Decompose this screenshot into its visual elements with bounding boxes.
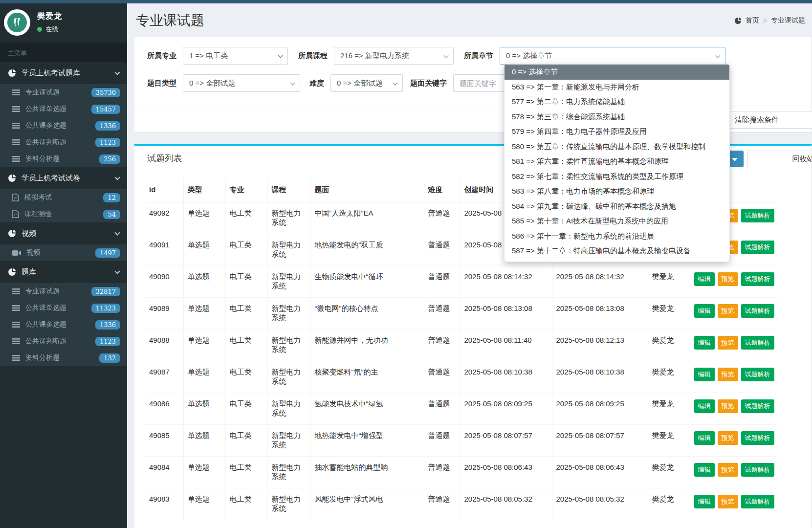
sidebar-item[interactable]: P模拟考试12: [0, 189, 127, 206]
chapter-select[interactable]: 0 => 选择章节: [500, 47, 725, 65]
chapter-option[interactable]: 580 => 第五章：传统直流输电的基本原理、数学模型和控制: [505, 139, 729, 154]
edit-button[interactable]: 编辑: [694, 272, 715, 286]
edit-button[interactable]: 编辑: [694, 304, 715, 318]
breadcrumb-home[interactable]: 首页: [746, 16, 759, 25]
cell-major: 电工类: [225, 298, 267, 330]
pie-chart-icon: [8, 174, 16, 182]
row-actions: 编辑预览试题解析: [694, 368, 774, 381]
file-icon: P: [12, 210, 19, 218]
count-badge: 1336: [95, 320, 120, 330]
sidebar-item-label: 专业课试题: [25, 88, 86, 97]
preview-button[interactable]: 预览: [718, 272, 738, 286]
cell-id: 49088: [145, 330, 183, 361]
chapter-option[interactable]: 582 => 第七章：柔性交流输电系统的类型及工作原理: [505, 169, 729, 184]
edit-button[interactable]: 编辑: [694, 336, 715, 350]
hamburger-icon: [12, 305, 20, 311]
edit-button[interactable]: 编辑: [694, 495, 715, 508]
sidebar-item[interactable]: 公共课多选题1336: [0, 117, 127, 134]
analysis-button[interactable]: 试题解析: [741, 431, 774, 445]
cell-stem: 中国“人造太阳”EA: [310, 202, 424, 234]
table-row: 49085单选题电工类新型电力系统地热能发电中“增强型普通题2025-05-08…: [145, 425, 778, 457]
analysis-button[interactable]: 试题解析: [741, 463, 774, 477]
analysis-button[interactable]: 试题解析: [741, 304, 774, 318]
cell-stem: 核聚变燃料“氘”的主: [310, 361, 424, 393]
preview-button[interactable]: 预览: [718, 495, 738, 508]
preview-button[interactable]: 预览: [718, 304, 738, 318]
chapter-option[interactable]: 0 => 选择章节: [505, 65, 729, 80]
chevron-down-icon: [278, 53, 283, 58]
cell-updated: 2025-05-08 08:13:08: [552, 298, 648, 330]
sidebar-item[interactable]: P课程测验54: [0, 206, 127, 222]
sidebar-item[interactable]: 专业课试题32817: [0, 283, 127, 300]
cell-difficulty: 普通题: [424, 457, 460, 488]
chapter-option[interactable]: 587 => 第十二章：特高压输电的基本概念及输变电设备: [505, 243, 729, 259]
sidebar-item[interactable]: 资料分析题256: [0, 151, 127, 167]
sidebar-item[interactable]: 公共课单选题15457: [0, 101, 127, 117]
cell-creator: 樊爱龙: [648, 361, 690, 393]
cell-major: 电工类: [225, 234, 267, 266]
count-badge: 256: [99, 154, 120, 164]
cell-course: 新型电力系统: [267, 266, 310, 298]
analysis-button[interactable]: 试题解析: [741, 368, 774, 381]
analysis-button[interactable]: 试题解析: [741, 209, 774, 222]
cell-course: 新型电力系统: [267, 457, 310, 488]
sidebar-group-header[interactable]: 题库: [0, 261, 127, 283]
clear-search-button[interactable]: 清除搜索条件: [727, 111, 812, 129]
count-badge: 54: [103, 210, 120, 219]
row-actions: 编辑预览试题解析: [694, 272, 774, 286]
sidebar-item-label: 公共课多选题: [25, 320, 90, 329]
edit-button[interactable]: 编辑: [694, 431, 715, 445]
chapter-option[interactable]: 583 => 第八章：电力市场的基本概念和原理: [505, 184, 729, 199]
preview-button[interactable]: 预览: [718, 431, 738, 445]
analysis-button[interactable]: 试题解析: [741, 241, 774, 254]
sidebar-item[interactable]: 视频1497: [0, 244, 127, 261]
analysis-button[interactable]: 试题解析: [741, 336, 774, 350]
sidebar-group-header[interactable]: 学员上机考试试卷: [0, 167, 127, 189]
course-select[interactable]: 216 => 新型电力系统: [334, 47, 454, 65]
edit-button[interactable]: 编辑: [694, 399, 715, 413]
sidebar-item[interactable]: 公共课多选题1336: [0, 316, 127, 333]
column-header: 课程: [267, 178, 310, 202]
course-select-value: 216 => 新型电力系统: [340, 51, 409, 61]
sidebar-item[interactable]: 资料分析题132: [0, 350, 127, 366]
sidebar-item[interactable]: 公共课单选题11323: [0, 300, 127, 316]
chapter-option[interactable]: 584 => 第九章：碳达峰、碳中和的基本概念及措施: [505, 199, 729, 214]
edit-button[interactable]: 编辑: [694, 368, 715, 381]
keyword-label: 题面关键字: [410, 79, 447, 88]
recycle-bin-button[interactable]: 回收站: [747, 151, 812, 167]
question-type-select[interactable]: 0 => 全部试题: [183, 74, 300, 92]
sidebar-group-header[interactable]: 学员上机考试题库: [0, 62, 127, 84]
sidebar-group-header[interactable]: 视频: [0, 222, 127, 244]
cell-type: 单选题: [183, 361, 225, 393]
preview-button[interactable]: 预览: [718, 368, 738, 381]
chapter-option[interactable]: 578 => 第三章：综合能源系统基础: [505, 110, 729, 125]
chevron-down-icon: [114, 268, 120, 274]
preview-button[interactable]: 预览: [718, 399, 738, 413]
chapter-option[interactable]: 585 => 第十章：AI技术在新型电力系统中的应用: [505, 214, 729, 229]
sidebar-item[interactable]: 专业课试题35730: [0, 84, 127, 101]
chapter-option[interactable]: 577 => 第二章：电力系统储能基础: [505, 94, 729, 110]
cell-id: 49091: [145, 234, 183, 266]
sidebar-group-label: 题库: [22, 267, 110, 277]
sidebar-item[interactable]: 公共课判断题1123: [0, 333, 127, 350]
chapter-option[interactable]: 581 => 第六章：柔性直流输电的基本概念和原理: [505, 154, 729, 169]
cell-created: 2025-05-08 08:10:38: [460, 361, 552, 393]
difficulty-select-value: 0 => 全部试题: [337, 79, 383, 88]
preview-button[interactable]: 预览: [718, 336, 738, 350]
difficulty-select[interactable]: 0 => 全部试题: [330, 74, 403, 92]
cell-actions: 编辑预览试题解析: [690, 266, 778, 298]
edit-button[interactable]: 编辑: [694, 463, 715, 477]
analysis-button[interactable]: 试题解析: [741, 399, 774, 413]
sidebar-item[interactable]: 公共课判断题1123: [0, 134, 127, 151]
chapter-option[interactable]: 586 => 第十一章：新型电力系统的前沿进展: [505, 229, 729, 244]
chapter-option[interactable]: 563 => 第一章：新能源发电与并网分析: [505, 80, 729, 95]
video-icon: [12, 250, 21, 256]
chapter-option[interactable]: 579 => 第四章：电力电子器件原理及应用: [505, 124, 729, 139]
cell-actions: 编辑预览试题解析: [690, 330, 778, 361]
major-select[interactable]: 1 => 电工类: [183, 47, 288, 65]
preview-button[interactable]: 预览: [718, 463, 738, 477]
analysis-button[interactable]: 试题解析: [741, 495, 774, 508]
analysis-button[interactable]: 试题解析: [741, 272, 774, 286]
cell-created: 2025-05-08 08:11:40: [460, 330, 552, 361]
row-actions: 编辑预览试题解析: [694, 431, 774, 445]
